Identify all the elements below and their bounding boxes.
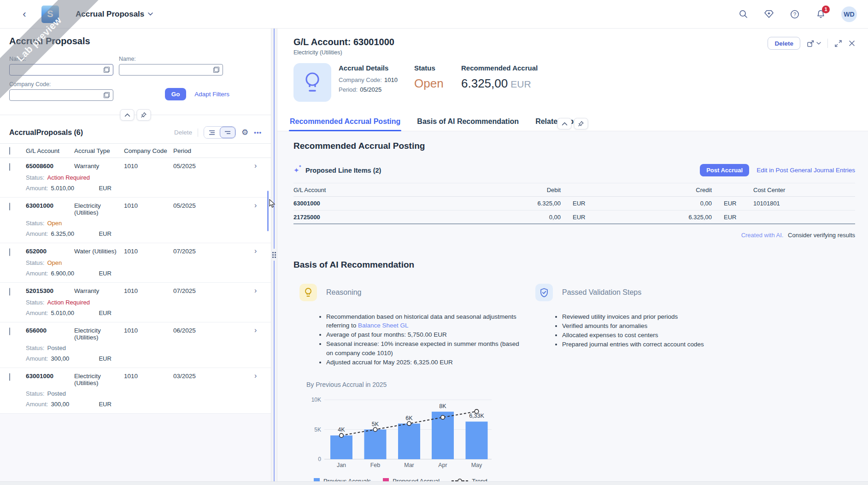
row-chevron-icon[interactable]: › <box>254 202 262 209</box>
li-debit-currency: EUR <box>561 200 597 207</box>
pin-header-button[interactable] <box>574 118 588 129</box>
line-item-row[interactable]: 63001000 6.325,00 EUR 0,00 EUR 10101801 <box>293 197 855 210</box>
table-row[interactable]: 63001000 Electricity (Utilities) 1010 03… <box>0 368 271 414</box>
list-toolbar: AccrualProposals (6) Delete ⚙ ••• <box>0 126 271 143</box>
table-row[interactable]: 65008600 Warranty 1010 05/2025 › Status:… <box>0 158 271 198</box>
help-icon[interactable]: ? <box>790 9 800 19</box>
row-chevron-icon[interactable]: › <box>254 163 262 169</box>
table-row[interactable]: 656000 Electricity (Utilities) 1010 06/2… <box>0 322 271 368</box>
li-account: 21725000 <box>293 214 510 221</box>
horizontal-scrollbar[interactable] <box>0 481 868 485</box>
settings-gear-icon[interactable]: ⚙ <box>241 129 248 136</box>
collapse-filter-button[interactable] <box>120 109 135 121</box>
gem-ai-icon[interactable] <box>764 9 774 19</box>
cell-company: 1010 <box>124 202 173 209</box>
go-button[interactable]: Go <box>165 88 186 100</box>
avatar[interactable]: WD <box>841 6 857 22</box>
balance-sheet-gl-link[interactable]: Balance Sheet GL <box>358 322 409 329</box>
row-chevron-icon[interactable]: › <box>254 327 262 333</box>
overflow-menu-icon[interactable]: ••• <box>254 129 262 136</box>
back-button[interactable]: ‹ <box>18 8 30 20</box>
column-period: Period <box>173 147 219 154</box>
table-row[interactable]: 652000 Water (Utilities) 1010 07/2025 › … <box>0 243 271 283</box>
status-label: Status: <box>26 390 44 397</box>
svg-text:?: ? <box>793 12 796 17</box>
tab-recommended-accrual-posting[interactable]: Recommended Accrual Posting <box>289 112 401 131</box>
table-row[interactable]: 63001000 Electricity (Utilities) 1010 05… <box>0 198 271 243</box>
svg-text:5K: 5K <box>314 426 321 432</box>
chevron-up-icon <box>124 113 130 117</box>
line-item-row[interactable]: 21725000 0,00 EUR 6.325,00 EUR <box>293 210 855 224</box>
app-title-menu[interactable]: Accrual Proposals <box>76 10 153 19</box>
cell-company: 1010 <box>124 373 173 380</box>
amount-label: Amount: <box>26 230 48 237</box>
close-button[interactable] <box>849 40 855 47</box>
reasoning-bulb-icon <box>299 284 317 301</box>
notifications-bell-icon[interactable]: 1 <box>815 9 826 19</box>
row-chevron-icon[interactable]: › <box>254 373 262 379</box>
amount-label: Amount: <box>26 185 48 192</box>
status-value: Action Required <box>47 174 90 181</box>
master-empty-area <box>0 414 271 485</box>
collapse-header-button[interactable] <box>557 118 572 129</box>
edit-journal-entries-link[interactable]: Edit in Post General Journal Entries <box>757 167 855 174</box>
recommended-accrual-heading: Recommended Accrual <box>461 64 538 72</box>
view-segmented-control <box>204 126 236 139</box>
table-row[interactable]: 52015300 Warranty 1010 07/2025 › Status:… <box>0 283 271 322</box>
filter-name2-input[interactable] <box>119 64 223 75</box>
row-checkbox[interactable] <box>9 288 10 296</box>
filter-name1-label: Name: <box>9 56 113 62</box>
cell-account: 63001000 <box>26 202 74 209</box>
filter-company-code-input[interactable] <box>10 90 113 100</box>
detail-title: G/L Account: 63001000 <box>293 37 394 47</box>
adapt-filters-link[interactable]: Adapt Filters <box>194 91 229 98</box>
value-help-icon[interactable] <box>104 67 110 73</box>
value-help-icon[interactable] <box>213 67 219 73</box>
detail-panel: G/L Account: 63001000 Electricity (Utili… <box>277 29 868 485</box>
row-checkbox[interactable] <box>9 163 10 171</box>
amount-value: 6.325,00 <box>51 230 90 237</box>
status-value: Posted <box>47 390 65 397</box>
detail-subtitle: Electricity (Utilities) <box>293 49 394 56</box>
cell-period: 06/2025 <box>173 327 219 334</box>
panel-splitter[interactable] <box>271 29 277 485</box>
recommended-value: 6.325,00 <box>461 76 508 90</box>
filter-name1-input[interactable] <box>10 64 113 75</box>
pin-filter-button[interactable] <box>137 109 151 121</box>
row-chevron-icon[interactable]: › <box>254 248 262 254</box>
col-gl-account: G/L Account <box>293 187 510 193</box>
created-with-ai-link[interactable]: Created with AI. <box>741 232 784 239</box>
li-debit: 6.325,00 <box>510 200 561 207</box>
row-chevron-icon[interactable]: › <box>254 287 262 294</box>
tab-basis-of-ai-recommendation[interactable]: Basis of AI Recommendation <box>416 112 520 131</box>
row-checkbox[interactable] <box>9 373 10 381</box>
status-label: Status: <box>26 299 44 306</box>
value-help-icon[interactable] <box>104 92 110 98</box>
view-list-button[interactable] <box>204 127 220 138</box>
expand-button[interactable] <box>834 40 842 47</box>
svg-text:10K: 10K <box>311 397 321 403</box>
search-icon[interactable] <box>738 9 748 19</box>
currency: EUR <box>99 355 111 362</box>
list-lines-icon <box>208 130 216 135</box>
svg-text:Feb: Feb <box>370 462 381 468</box>
splitter-grip[interactable] <box>272 249 276 261</box>
pin-icon <box>578 121 584 127</box>
view-condensed-button[interactable] <box>220 127 235 138</box>
cell-period: 07/2025 <box>173 248 219 255</box>
select-all-checkbox[interactable] <box>9 147 10 155</box>
list-scrollbar-thumb[interactable] <box>267 191 269 231</box>
li-credit: 6.325,00 <box>597 214 712 221</box>
row-checkbox[interactable] <box>9 203 10 210</box>
share-button[interactable] <box>807 40 821 47</box>
cell-period: 07/2025 <box>173 287 219 294</box>
list-delete-button[interactable]: Delete <box>174 129 192 136</box>
toolbar-divider <box>198 129 198 137</box>
cell-type: Electricity (Utilities) <box>74 327 124 341</box>
status-value-large: Open <box>414 76 445 91</box>
row-checkbox[interactable] <box>9 248 10 256</box>
row-checkbox[interactable] <box>9 327 10 335</box>
detail-delete-button[interactable]: Delete <box>768 37 800 50</box>
post-accrual-button[interactable]: Post Accrual <box>700 164 749 176</box>
li-debit-currency: EUR <box>561 214 597 221</box>
